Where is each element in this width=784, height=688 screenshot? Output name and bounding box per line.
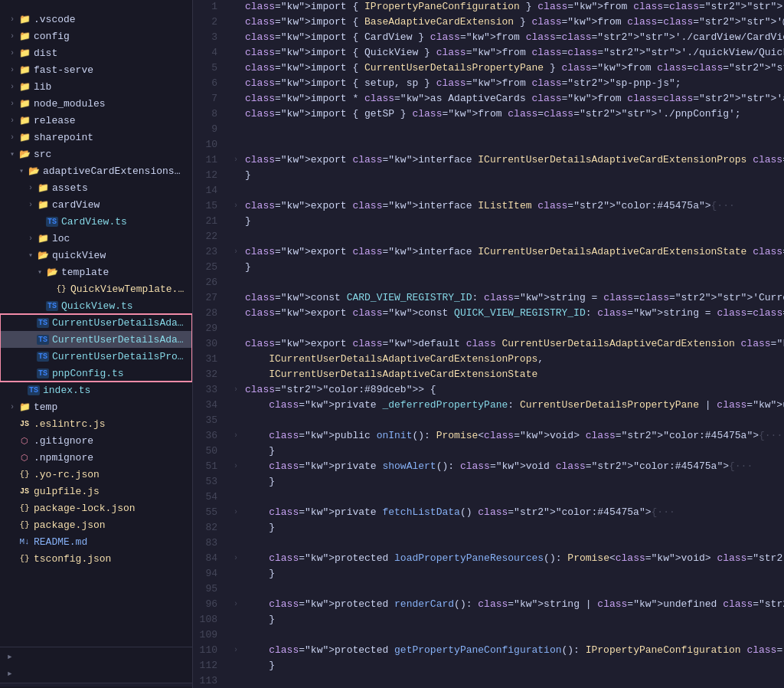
fold-arrow[interactable]: › bbox=[230, 245, 242, 260]
sidebar-item-pnpConfig-ts[interactable]: TSpnpConfig.ts bbox=[0, 365, 192, 382]
file-icon-folder: 📂 bbox=[37, 250, 49, 261]
sidebar-item-gulpfile-js[interactable]: JSgulpfile.js bbox=[0, 483, 192, 500]
outline-panel[interactable]: ► bbox=[0, 649, 192, 666]
file-icon-md: M↓ bbox=[18, 537, 31, 546]
sidebar-item-package-lock-json[interactable]: {}package-lock.json bbox=[0, 500, 192, 516]
tree-item-label: lib bbox=[34, 81, 51, 93]
sidebar-item-config[interactable]: ›📁config bbox=[0, 28, 192, 44]
fold-arrow[interactable]: › bbox=[230, 506, 242, 521]
fold-arrow bbox=[230, 352, 242, 368]
tree-chevron: › bbox=[6, 49, 18, 57]
line-number: 36 bbox=[193, 429, 230, 444]
sidebar-item-adaptiveCardExtensions[interactable]: ▾📂adaptiveCardExtensions\current... bbox=[0, 162, 192, 179]
line-content: class="kw">import { BaseAdaptiveCardExte… bbox=[242, 15, 784, 31]
sidebar-item-CardView-ts[interactable]: TSCardView.ts bbox=[0, 213, 192, 230]
line-content bbox=[242, 414, 784, 429]
sidebar-item-template[interactable]: ▾📂template bbox=[0, 264, 192, 280]
sidebar-item-fast-serve[interactable]: ›📁fast-serve bbox=[0, 61, 192, 78]
fold-arrow bbox=[230, 306, 242, 322]
fold-arrow[interactable]: › bbox=[230, 552, 242, 567]
file-icon-folder: 📁 bbox=[18, 132, 31, 143]
sidebar-item-package-json[interactable]: {}package.json bbox=[0, 516, 192, 533]
file-icon-json: {} bbox=[18, 470, 31, 479]
fold-arrow[interactable]: › bbox=[230, 199, 242, 215]
line-content: class="kw">protected loadPropertyPaneRes… bbox=[242, 552, 784, 567]
fold-arrow bbox=[230, 628, 242, 644]
line-number: 53 bbox=[193, 475, 230, 490]
fold-arrow bbox=[230, 613, 242, 628]
line-content: class="kw">import { QuickView } class="k… bbox=[242, 46, 784, 61]
sidebar-item-quickView[interactable]: ▾📂quickView bbox=[0, 247, 192, 264]
line-content bbox=[242, 582, 784, 598]
sidebar-item-vscode[interactable]: ›📁.vscode bbox=[0, 11, 192, 28]
editor-content[interactable]: 1class="kw">import { IPropertyPaneConfig… bbox=[193, 0, 784, 688]
code-line-109: 109 bbox=[193, 628, 784, 644]
line-number: 8 bbox=[193, 107, 230, 123]
tree-chevron: › bbox=[6, 403, 18, 411]
file-icon-folder: 📁 bbox=[37, 233, 49, 244]
sidebar-item-QuickViewTemplate-json[interactable]: {}QuickViewTemplate.json bbox=[0, 280, 192, 297]
code-line-51: 51› class="kw">private showAlert(): clas… bbox=[193, 460, 784, 475]
tree-item-label: tsconfig.json bbox=[34, 553, 111, 565]
sidebar: ›📁.vscode›📁config›📁dist›📁fast-serve›📁lib… bbox=[0, 0, 193, 688]
code-line-21: 21} bbox=[193, 215, 784, 230]
file-icon-json: {} bbox=[18, 554, 31, 563]
sidebar-item-CurrentUserDetailsPropertyPan[interactable]: TSCurrentUserDetailsPropertyPan... bbox=[0, 348, 192, 365]
line-content: class="kw">public onInit(): Promise<clas… bbox=[242, 429, 784, 444]
sidebar-item-CurrentUserDetailsAdaptiveCar2[interactable]: TSCurrentUserDetailsAdaptiveCar... bbox=[0, 331, 192, 348]
fold-arrow[interactable]: › bbox=[230, 644, 242, 659]
sidebar-item-node-modules[interactable]: ›📁node_modules bbox=[0, 95, 192, 112]
editor: 1class="kw">import { IPropertyPaneConfig… bbox=[193, 0, 784, 688]
fold-arrow bbox=[230, 659, 242, 674]
fold-arrow[interactable]: › bbox=[230, 598, 242, 613]
sidebar-item-assets[interactable]: ›📁assets bbox=[0, 179, 192, 196]
tree-item-label: .eslintrc.js bbox=[34, 418, 106, 430]
code-line-10: 10 bbox=[193, 138, 784, 153]
sidebar-item-index-ts[interactable]: TSindex.ts bbox=[0, 382, 192, 398]
sidebar-item-README-md[interactable]: M↓README.md bbox=[0, 533, 192, 550]
sidebar-item-lib[interactable]: ›📁lib bbox=[0, 78, 192, 95]
fold-arrow[interactable]: › bbox=[230, 460, 242, 475]
file-icon-folder: 📁 bbox=[18, 115, 31, 126]
file-icon-npmignore: ⬡ bbox=[18, 453, 31, 463]
fold-arrow[interactable]: › bbox=[230, 383, 242, 398]
sidebar-item-QuickView-ts[interactable]: TSQuickView.ts bbox=[0, 297, 192, 314]
tree-item-label: gulpfile.js bbox=[34, 486, 100, 497]
sidebar-item-tsconfig-json[interactable]: {}tsconfig.json bbox=[0, 550, 192, 567]
sidebar-item--npmignore[interactable]: ⬡.npmignore bbox=[0, 449, 192, 466]
line-content: class="kw">export class="kw">interface I… bbox=[242, 153, 784, 169]
file-icon-json: {} bbox=[18, 520, 31, 529]
code-line-14: 14 bbox=[193, 184, 784, 199]
code-line-25: 25} bbox=[193, 260, 784, 276]
sidebar-item-CurrentUserDetailsAdaptiveCar1[interactable]: TSCurrentUserDetailsAdaptiveCar... bbox=[0, 314, 192, 331]
line-number: 10 bbox=[193, 138, 230, 153]
line-number: 28 bbox=[193, 306, 230, 322]
code-line-12: 12} bbox=[193, 169, 784, 184]
sidebar-tree[interactable]: ›📁.vscode›📁config›📁dist›📁fast-serve›📁lib… bbox=[0, 11, 192, 647]
sidebar-item--gitignore[interactable]: ⬡.gitignore bbox=[0, 432, 192, 449]
line-number: 4 bbox=[193, 46, 230, 61]
line-content: class="str2">"color:#89dceb">> { bbox=[242, 383, 784, 398]
sidebar-item-cardView[interactable]: ›📁cardView bbox=[0, 196, 192, 213]
fold-arrow bbox=[230, 61, 242, 77]
file-icon-folder: 📁 bbox=[18, 31, 31, 42]
file-icon-folder: 📁 bbox=[18, 14, 31, 25]
file-icon-folder: 📁 bbox=[37, 199, 49, 211]
sidebar-item--yo-rc-json[interactable]: {}.yo-rc.json bbox=[0, 466, 192, 483]
line-number: 113 bbox=[193, 674, 230, 688]
code-line-55: 55› class="kw">private fetchListData() c… bbox=[193, 506, 784, 521]
fold-arrow bbox=[230, 291, 242, 306]
fold-arrow[interactable]: › bbox=[230, 153, 242, 169]
fold-arrow[interactable]: › bbox=[230, 429, 242, 444]
sidebar-item-loc[interactable]: ›📁loc bbox=[0, 230, 192, 247]
sidebar-item-release[interactable]: ›📁release bbox=[0, 112, 192, 129]
line-number: 83 bbox=[193, 536, 230, 552]
fold-arrow bbox=[230, 77, 242, 92]
sidebar-item-dist[interactable]: ›📁dist bbox=[0, 44, 192, 61]
timeline-panel[interactable]: ► bbox=[0, 666, 192, 683]
sidebar-item-src[interactable]: ▾📂src bbox=[0, 146, 192, 162]
sidebar-item-temp[interactable]: ›📁temp bbox=[0, 398, 192, 415]
line-number: 96 bbox=[193, 598, 230, 613]
sidebar-item--eslintrc-js[interactable]: JS.eslintrc.js bbox=[0, 415, 192, 432]
sidebar-item-sharepoint[interactable]: ›📁sharepoint bbox=[0, 129, 192, 146]
